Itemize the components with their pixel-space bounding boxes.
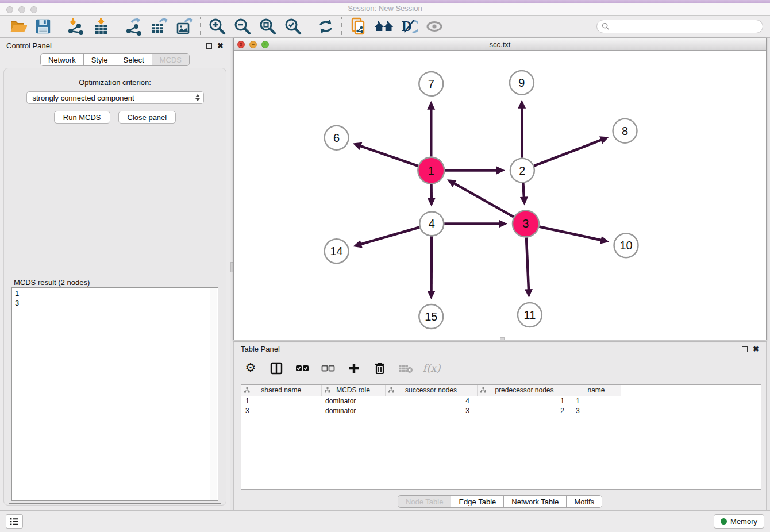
table-settings-button[interactable]: ⚙	[243, 361, 258, 376]
column-header-mcds-role[interactable]: MCDS role	[321, 385, 385, 396]
table-cell[interactable]: 1	[241, 396, 321, 406]
task-list-icon	[10, 518, 19, 526]
table-cell[interactable]: 1	[572, 396, 621, 406]
graph-edge-2-3[interactable]	[523, 183, 524, 198]
clone-network-icon	[349, 17, 368, 36]
export-network-button[interactable]	[122, 16, 146, 37]
graph-edge-2-9[interactable]	[522, 107, 522, 158]
graph-edge-4-15[interactable]	[432, 236, 432, 292]
zoom-out-button[interactable]	[230, 16, 255, 37]
edge-arrowhead-icon	[600, 236, 609, 244]
run-mcds-button[interactable]: Run MCDS	[54, 111, 110, 124]
task-history-button[interactable]	[6, 514, 23, 529]
export-image-button[interactable]	[172, 16, 197, 37]
graph-edge-3-11[interactable]	[526, 237, 529, 290]
open-session-button[interactable]	[6, 16, 30, 37]
criterion-value: strongly connected component	[33, 94, 134, 102]
graph-edge-4-14[interactable]	[360, 227, 419, 244]
show-hide-button[interactable]	[422, 16, 446, 37]
cybrowser-button[interactable]: D	[397, 16, 421, 37]
show-column-button[interactable]	[269, 361, 284, 376]
mcds-result-text[interactable]: 1 3	[11, 287, 218, 501]
delete-table-button[interactable]	[398, 361, 413, 376]
tab-style[interactable]: Style	[84, 54, 116, 65]
application-window: Session: New Session	[0, 0, 770, 532]
graph-edge-1-6[interactable]	[360, 146, 418, 166]
edge-arrowhead-icon	[518, 100, 526, 109]
import-table-button[interactable]	[89, 16, 113, 37]
edge-arrowhead-icon	[525, 289, 533, 298]
zoom-fit-button[interactable]	[256, 16, 280, 37]
control-panel-title: Control Panel	[6, 41, 52, 50]
graph-edge-3-1[interactable]	[453, 183, 514, 217]
table-cell[interactable]: 4	[385, 396, 477, 406]
criterion-dropdown[interactable]: strongly connected component	[26, 91, 204, 104]
graph-node-label: 7	[428, 78, 434, 90]
edge-arrowhead-icon	[353, 142, 362, 150]
dropdown-stepper-icon	[195, 94, 200, 101]
table-cell[interactable]: dominator	[321, 396, 385, 406]
edge-arrowhead-icon	[427, 101, 435, 110]
network-canvas[interactable]: 7968124314101511	[234, 51, 766, 340]
table-cell[interactable]: 3	[385, 406, 477, 415]
save-session-button[interactable]	[31, 16, 55, 37]
table-cell-filler	[621, 406, 761, 415]
float-table-panel-icon[interactable]	[742, 346, 748, 352]
home-button[interactable]	[372, 16, 396, 37]
eye-icon	[425, 17, 444, 36]
close-panel-button[interactable]: Close panel	[118, 111, 176, 124]
import-network-icon	[67, 17, 85, 36]
export-table-button[interactable]	[147, 16, 171, 37]
toolbar-separator	[200, 17, 202, 36]
search-input[interactable]	[613, 22, 758, 31]
column-header-shared-name[interactable]: shared name	[241, 385, 321, 396]
table-cell-filler	[621, 396, 761, 406]
table-row[interactable]: 1dominator411	[241, 396, 761, 406]
trash-icon	[374, 362, 386, 375]
unselect-all-columns-button[interactable]	[321, 361, 336, 376]
tab-network[interactable]: Network	[41, 54, 84, 65]
import-network-button[interactable]	[64, 16, 88, 37]
search-field	[596, 20, 763, 33]
close-table-panel-icon[interactable]: ✖	[753, 346, 759, 352]
delete-column-button[interactable]	[372, 361, 387, 376]
table-cell[interactable]: dominator	[321, 406, 385, 415]
attribute-icon	[388, 387, 394, 393]
float-panel-icon[interactable]	[206, 43, 212, 49]
select-all-columns-button[interactable]	[295, 361, 310, 376]
result-scrollbar[interactable]	[210, 288, 217, 500]
close-panel-icon[interactable]: ✖	[217, 43, 224, 49]
refresh-icon	[317, 18, 334, 35]
toolbar-separator	[341, 17, 343, 36]
create-column-button[interactable]	[346, 361, 361, 376]
tab-mcds[interactable]: MCDS	[152, 54, 189, 65]
table-cell[interactable]: 1	[477, 396, 572, 406]
apply-layout-button[interactable]	[314, 16, 338, 37]
tab-select[interactable]: Select	[116, 54, 152, 65]
clone-network-button[interactable]	[346, 16, 371, 37]
memory-button[interactable]: Memory	[714, 514, 764, 529]
window-resize-handle[interactable]	[500, 337, 505, 340]
zoom-fit-icon	[259, 17, 277, 36]
table-cell[interactable]: 2	[477, 406, 572, 415]
tab-network-table[interactable]: Network Table	[504, 496, 567, 507]
tab-edge-table[interactable]: Edge Table	[451, 496, 504, 507]
table-row[interactable]: 3dominator323	[241, 406, 761, 415]
edge-arrowhead-icon	[499, 219, 507, 228]
columns-icon	[270, 362, 283, 375]
column-header-successor-nodes[interactable]: successor nodes	[385, 385, 477, 396]
tab-motifs[interactable]: Motifs	[567, 496, 602, 507]
table-cell[interactable]: 3	[241, 406, 321, 415]
column-header-name[interactable]: name	[572, 385, 621, 396]
mcds-result-group: MCDS result (2 nodes) 1 3	[9, 283, 221, 504]
zoom-selected-button[interactable]	[281, 16, 305, 37]
table-cell[interactable]: 3	[572, 406, 621, 415]
zoom-out-icon	[233, 17, 252, 36]
function-builder-button[interactable]: f(x)	[424, 361, 439, 376]
zoom-in-button[interactable]	[205, 16, 229, 37]
graph-edge-2-8[interactable]	[534, 140, 602, 166]
tab-node-table[interactable]: Node Table	[398, 496, 452, 507]
graph-edge-3-10[interactable]	[539, 226, 602, 240]
column-header-predecessor-nodes[interactable]: predecessor nodes	[477, 385, 572, 396]
open-folder-icon	[9, 17, 27, 36]
